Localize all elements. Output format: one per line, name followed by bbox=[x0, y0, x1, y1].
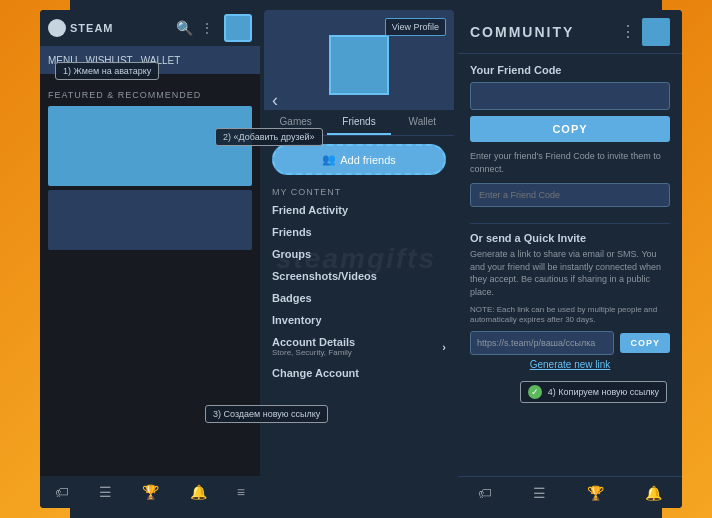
copy-link-button[interactable]: COPY bbox=[620, 333, 670, 353]
generate-new-link[interactable]: Generate new link bbox=[470, 359, 670, 370]
community-bottom-bar: 🏷 ☰ 🏆 🔔 bbox=[458, 476, 682, 508]
avatar[interactable] bbox=[224, 14, 252, 42]
chevron-right-icon: › bbox=[442, 341, 446, 353]
profile-header: View Profile bbox=[264, 10, 454, 110]
menu-change-account[interactable]: Change Account bbox=[264, 362, 454, 384]
link-row: COPY bbox=[470, 331, 670, 355]
bottom-menu-icon[interactable]: ≡ bbox=[237, 484, 245, 500]
quick-invite-title: Or send a Quick Invite bbox=[470, 232, 670, 244]
steam-bottom-bar: 🏷 ☰ 🏆 🔔 ≡ bbox=[40, 476, 260, 508]
profile-avatar bbox=[329, 35, 389, 95]
steam-header-icons: 🔍 ⋮ bbox=[176, 14, 252, 42]
community-header: COMMUNITY ⋮ bbox=[458, 10, 682, 54]
menu-friend-activity[interactable]: Friend Activity bbox=[264, 199, 454, 221]
quick-invite-desc: Generate a link to share via email or SM… bbox=[470, 248, 670, 298]
steam-header: STEAM 🔍 ⋮ bbox=[40, 10, 260, 46]
back-arrow-icon[interactable]: ‹ bbox=[272, 90, 278, 111]
menu-screenshots[interactable]: Screenshots/Videos bbox=[264, 265, 454, 287]
view-profile-button[interactable]: View Profile bbox=[385, 18, 446, 36]
bottom-bell-icon[interactable]: 🔔 bbox=[190, 484, 207, 500]
copy-friend-code-button[interactable]: COPY bbox=[470, 116, 670, 142]
comm-bottom-trophy-icon[interactable]: 🏆 bbox=[587, 485, 604, 501]
menu-badges[interactable]: Badges bbox=[264, 287, 454, 309]
tab-wallet[interactable]: Wallet bbox=[391, 110, 454, 135]
middle-panel: ‹ View Profile Games Friends Wallet 👥 Ad… bbox=[264, 10, 454, 508]
community-more-icon[interactable]: ⋮ bbox=[620, 22, 636, 41]
friend-code-title: Your Friend Code bbox=[470, 64, 670, 76]
bottom-list-icon[interactable]: ☰ bbox=[99, 484, 112, 500]
steam-logo: STEAM bbox=[48, 19, 114, 37]
comm-bottom-bookmark-icon[interactable]: 🏷 bbox=[478, 485, 492, 501]
menu-account-details[interactable]: Account Details Store, Security, Family … bbox=[264, 331, 454, 362]
add-friends-icon: 👥 bbox=[322, 153, 336, 166]
featured-image-2 bbox=[48, 190, 252, 250]
menu-account-details-label: Account Details bbox=[272, 336, 355, 348]
tab-friends[interactable]: Friends bbox=[327, 110, 390, 135]
search-icon[interactable]: 🔍 bbox=[176, 20, 192, 36]
main-container: STEAM 🔍 ⋮ MENU WISHLIST WALLET FEATURED … bbox=[40, 10, 682, 508]
featured-label: FEATURED & RECOMMENDED bbox=[48, 90, 252, 100]
bottom-bookmark-icon[interactable]: 🏷 bbox=[55, 484, 69, 500]
steam-icon bbox=[48, 19, 66, 37]
annotation-1: 1) Жмем на аватарку bbox=[55, 62, 159, 80]
community-body: Your Friend Code COPY Enter your friend'… bbox=[458, 54, 682, 476]
add-friends-label: Add friends bbox=[340, 154, 396, 166]
menu-groups[interactable]: Groups bbox=[264, 243, 454, 265]
friend-code-desc: Enter your friend's Friend Code to invit… bbox=[470, 150, 670, 175]
check-icon: ✓ bbox=[528, 385, 542, 399]
invite-link-input[interactable] bbox=[470, 331, 614, 355]
my-content-label: MY CONTENT bbox=[264, 183, 454, 199]
featured-image-1 bbox=[48, 106, 252, 186]
community-title: COMMUNITY bbox=[470, 24, 574, 40]
community-panel: COMMUNITY ⋮ Your Friend Code COPY Enter … bbox=[458, 10, 682, 508]
community-header-right: ⋮ bbox=[620, 18, 670, 46]
community-avatar[interactable] bbox=[642, 18, 670, 46]
annotation-3: 3) Создаем новую ссылку bbox=[205, 405, 328, 423]
annotation-2: 2) «Добавить друзей» bbox=[215, 128, 323, 146]
steam-panel: STEAM 🔍 ⋮ MENU WISHLIST WALLET FEATURED … bbox=[40, 10, 260, 508]
quick-invite-note: NOTE: Each link can be used by multiple … bbox=[470, 305, 670, 326]
steam-title: STEAM bbox=[70, 22, 114, 34]
menu-inventory[interactable]: Inventory bbox=[264, 309, 454, 331]
menu-friends[interactable]: Friends bbox=[264, 221, 454, 243]
add-friends-button[interactable]: 👥 Add friends bbox=[272, 144, 446, 175]
annotation-4: ✓ 4) Копируем новую ссылку bbox=[520, 381, 667, 403]
comm-bottom-list-icon[interactable]: ☰ bbox=[533, 485, 546, 501]
bottom-trophy-icon[interactable]: 🏆 bbox=[142, 484, 159, 500]
featured-section: FEATURED & RECOMMENDED bbox=[40, 82, 260, 258]
enter-friend-code-input[interactable] bbox=[470, 183, 670, 207]
divider bbox=[470, 223, 670, 224]
menu-account-details-sub: Store, Security, Family bbox=[272, 348, 355, 357]
friend-code-input[interactable] bbox=[470, 82, 670, 110]
more-icon[interactable]: ⋮ bbox=[200, 20, 216, 36]
comm-bottom-bell-icon[interactable]: 🔔 bbox=[645, 485, 662, 501]
